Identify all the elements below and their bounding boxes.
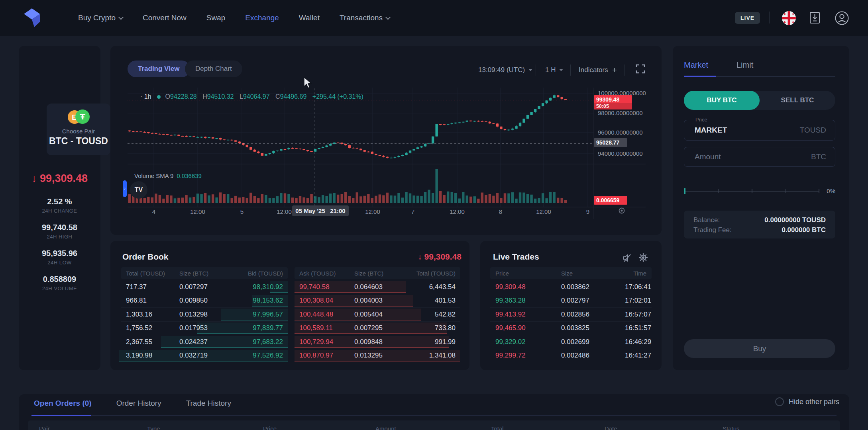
buy-btc-tab[interactable]: BUY BTC xyxy=(684,91,760,110)
buy-submit-button[interactable]: Buy xyxy=(684,339,835,358)
order-book-bid-row[interactable]: 1,756.520.01795397,839.77 xyxy=(121,321,288,335)
live-trades-rows: 99,309.480.00386217:06:4199,363.280.0027… xyxy=(490,280,652,362)
bid-total: 1,303.16 xyxy=(126,311,179,319)
orders-column-header: Price xyxy=(263,425,277,430)
svg-text:7: 7 xyxy=(411,208,414,215)
order-book-bid-row[interactable]: 717.370.00729798,310.92 xyxy=(121,280,288,294)
slider-handle[interactable] xyxy=(684,188,685,194)
order-book-bid-row[interactable]: 2,367.550.02423797,683.22 xyxy=(121,335,288,349)
nav-item-transactions[interactable]: Transactions xyxy=(340,14,390,22)
pair-stat: 0.85880924H VOLUME xyxy=(19,275,100,291)
chart-clock-dropdown[interactable]: 13:09:49 (UTC) xyxy=(478,65,532,75)
ask-total: 401.53 xyxy=(412,297,456,305)
tradingview-logo[interactable]: TV xyxy=(130,181,147,199)
indicators-button[interactable]: Indicators+ xyxy=(579,65,617,75)
nav-item-swap[interactable]: Swap xyxy=(206,14,226,22)
order-book-ask-row[interactable]: 99,740.580.0646036,443.54 xyxy=(295,280,460,294)
tab-trade-history[interactable]: Trade History xyxy=(186,399,231,408)
svg-text:8: 8 xyxy=(499,208,502,215)
tab-depth-chart[interactable]: Depth Chart xyxy=(185,61,242,77)
hide-other-pairs-checkbox[interactable]: Hide other pairs xyxy=(775,397,839,406)
svg-text:12:00: 12:00 xyxy=(365,208,380,215)
live-trades-headers: PriceSizeTime xyxy=(490,267,652,279)
price-field[interactable]: Price MARKET TOUSD xyxy=(684,120,835,141)
order-book-ask-row[interactable]: 100,589.110.007295733.80 xyxy=(295,321,460,335)
axis-settings-icon[interactable] xyxy=(618,207,626,215)
volume-axis-badge: 0.006659 xyxy=(594,196,627,205)
choose-pair-selector[interactable]: B Ŧ Choose Pair BTC - TOUSD xyxy=(47,104,110,155)
live-trade-row: 99,299.720.00248616:41:27 xyxy=(490,349,652,363)
trade-time: 16:46:29 xyxy=(625,338,651,346)
bid-price: 98,310.92 xyxy=(238,283,283,291)
order-book-title: Order Book xyxy=(122,252,169,262)
checkbox-circle-icon[interactable] xyxy=(775,397,784,406)
order-book-bid-row[interactable]: 3,190.980.03271997,526.92 xyxy=(121,349,288,363)
nav-item-convert-now[interactable]: Convert Now xyxy=(143,14,187,22)
candlestick-chart[interactable]: 100000.0000000098000.0000000096000.00000… xyxy=(128,88,646,219)
stat-value: 95,935.96 xyxy=(19,249,100,258)
choose-pair-label: Choose Pair xyxy=(47,128,110,135)
language-flag-icon[interactable] xyxy=(782,11,796,25)
chart-ctl-divider xyxy=(570,64,571,76)
svg-text:94000.00000000: 94000.00000000 xyxy=(598,150,643,157)
nav-item-buy-crypto[interactable]: Buy Crypto xyxy=(78,14,123,22)
amount-unit: BTC xyxy=(811,152,826,161)
bid-price: 97,526.92 xyxy=(238,352,283,360)
pair-stats: 2.52 %24H CHANGE99,740.5824H HIGH95,935.… xyxy=(19,197,100,301)
tab-limit[interactable]: Limit xyxy=(736,61,753,70)
ask-total: 6,443.54 xyxy=(412,283,456,291)
svg-text:5: 5 xyxy=(240,208,244,215)
trade-price: 99,329.02 xyxy=(495,338,561,346)
bid-total: 966.81 xyxy=(126,297,179,305)
ask-price: 100,870.97 xyxy=(299,352,354,360)
nav-divider xyxy=(52,11,52,25)
tab-trading-view[interactable]: Trading View xyxy=(128,61,190,77)
svg-text:9: 9 xyxy=(586,208,589,215)
order-book-bid-row[interactable]: 966.810.00985098,153.62 xyxy=(121,294,288,308)
order-book-ask-row[interactable]: 100,448.480.005404542.82 xyxy=(295,307,460,321)
nav-item-exchange[interactable]: Exchange xyxy=(245,14,279,22)
svg-text:12:00: 12:00 xyxy=(190,208,205,215)
orders-column-header: Pair xyxy=(39,425,50,430)
amount-percent-slider[interactable]: 0% xyxy=(684,187,835,195)
order-book-bid-row[interactable]: 1,303.160.01329897,996.57 xyxy=(121,307,288,321)
bid-size: 0.007297 xyxy=(179,283,238,291)
column-header: Size (BTC) xyxy=(354,270,412,277)
live-trade-row: 99,465.900.00382516:51:57 xyxy=(490,321,652,335)
trade-size: 0.002699 xyxy=(561,338,625,346)
stat-value: 2.52 % xyxy=(19,197,100,206)
stat-label: 24H VOLUME xyxy=(19,285,100,291)
trade-size: 0.003862 xyxy=(561,283,625,291)
fullscreen-icon[interactable] xyxy=(635,64,646,74)
arrow-down-icon: ↓ xyxy=(31,172,37,184)
mute-icon[interactable] xyxy=(622,253,632,263)
settings-gear-icon[interactable] xyxy=(638,252,649,263)
exchange-app: Buy CryptoConvert NowSwapExchangeWalletT… xyxy=(0,0,868,430)
trade-price: 99,465.90 xyxy=(495,324,561,332)
ask-price: 100,308.04 xyxy=(299,297,354,305)
ask-size: 0.013295 xyxy=(354,352,412,360)
bid-size: 0.032719 xyxy=(179,352,238,360)
ask-total: 991.99 xyxy=(412,338,456,346)
nav-item-wallet[interactable]: Wallet xyxy=(299,14,320,22)
download-icon[interactable] xyxy=(809,11,820,24)
slider-tick xyxy=(786,189,786,193)
pair-panel: B Ŧ Choose Pair BTC - TOUSD ↓ 99,309.48 … xyxy=(19,46,100,370)
order-book-ask-row[interactable]: 100,308.040.004003401.53 xyxy=(295,294,460,308)
bid-total: 1,756.52 xyxy=(126,324,179,332)
brand-logo-icon[interactable] xyxy=(22,8,41,28)
tab-open-orders-0[interactable]: Open Orders (0) xyxy=(34,399,92,408)
sell-btc-tab[interactable]: SELL BTC xyxy=(760,91,835,110)
account-icon[interactable] xyxy=(835,11,849,25)
slider-tick xyxy=(819,189,819,193)
orders-table-headers: PairTypePriceAmountTotalDateStatus xyxy=(28,420,840,430)
pane-scroll-handle[interactable]: › xyxy=(123,180,127,197)
tab-market[interactable]: Market xyxy=(684,61,708,70)
order-book-last-price: ↓ 99,309.48 xyxy=(383,252,461,262)
order-book-bids: 717.370.00729798,310.92966.810.00985098,… xyxy=(121,280,288,362)
order-book-ask-row[interactable]: 100,870.970.0132951,341.08 xyxy=(295,349,460,363)
amount-input[interactable]: Amount BTC xyxy=(684,147,835,167)
chart-interval-dropdown[interactable]: 1 H xyxy=(545,65,563,75)
order-book-ask-row[interactable]: 100,729.940.009848991.99 xyxy=(295,335,460,349)
tab-order-history[interactable]: Order History xyxy=(116,399,161,408)
